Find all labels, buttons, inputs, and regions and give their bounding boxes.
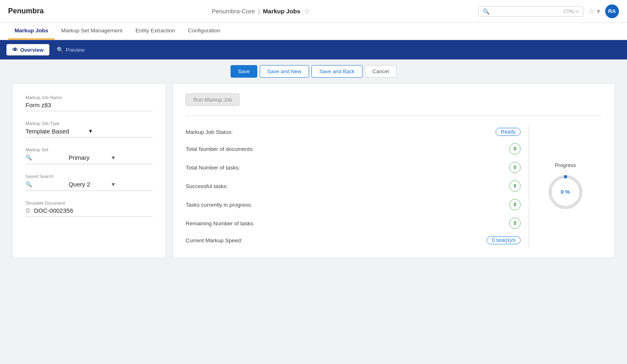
markup-set-value: Primary (69, 154, 110, 161)
sub-header: 👁 Overview 🔍 Preview (0, 40, 627, 59)
bookmarks-button[interactable]: ☆ ▾ (588, 7, 600, 16)
brand-logo: Penumbra (8, 7, 44, 15)
speed-value: 0 task(s)/s (487, 236, 521, 244)
sub-tab-overview-label: Overview (20, 47, 44, 53)
nav-tab-configuration[interactable]: Configuration (181, 23, 227, 40)
global-search-box[interactable]: 🔍 CTRL+/ (478, 6, 583, 17)
saved-search-value: Query 2 (69, 181, 110, 188)
progress-percent: 0 % (561, 189, 570, 195)
sub-tab-overview[interactable]: 👁 Overview (6, 44, 49, 55)
status-row-in-progress: Tasks currently in progress: 0 (186, 195, 521, 214)
status-left: Markup Job Status: Ready Total Number of… (186, 124, 521, 248)
progress-circle: 0 % (547, 174, 584, 210)
action-bar: Save Save and New Save and Back Cancel (0, 59, 627, 83)
job-name-value: Form z83 (25, 102, 153, 111)
status-row-speed: Current Markup Speed: 0 task(s)/s (186, 233, 521, 248)
markup-set-search-icon: 🔍 (25, 154, 66, 161)
job-type-field-group: Markup Job Type Template Based ▾ (25, 121, 153, 138)
run-markup-job-button[interactable]: Run Markup Job (186, 93, 239, 106)
remaining-value: 0 (509, 218, 521, 229)
template-doc-label: Template Document (25, 201, 153, 205)
sub-tab-preview[interactable]: 🔍 Preview (51, 44, 90, 55)
sub-tab-preview-label: Preview (66, 47, 85, 53)
search-input[interactable] (492, 8, 561, 14)
status-grid: Markup Job Status: Ready Total Number of… (186, 124, 602, 248)
preview-icon: 🔍 (57, 47, 64, 53)
saved-search-field-group: Saved Search 🔍 Query 2 ▾ (25, 174, 153, 191)
template-doc-field: 🗋 DOC-0002356 (25, 207, 153, 217)
in-progress-value: 0 (509, 199, 521, 210)
document-icon: 🗋 (25, 207, 31, 214)
job-name-label: Markup Job Name (25, 95, 153, 100)
status-label: Markup Job Status: (186, 129, 491, 135)
progress-section: Progress 0 % (529, 124, 602, 248)
save-button[interactable]: Save (231, 65, 257, 78)
status-ready-badge: Ready (496, 128, 521, 136)
template-doc-field-group: Template Document 🗋 DOC-0002356 (25, 201, 153, 217)
saved-search-dropdown-icon: ▾ (112, 180, 153, 188)
breadcrumb: Penumbra-Core | Markup Jobs ☆ (212, 7, 310, 16)
breadcrumb-prev: Penumbra-Core (212, 8, 255, 15)
job-type-select[interactable]: Template Based ▾ (25, 127, 153, 138)
nav-tabs: Markup Jobs Markup Set Management Entity… (0, 23, 627, 40)
job-type-label: Markup Job Type (25, 121, 153, 126)
total-docs-label: Total Number of documents: (186, 146, 505, 152)
total-tasks-label: Total Number of tasks: (186, 165, 505, 171)
status-row-successful-tasks: Successful tasks: 0 (186, 177, 521, 195)
save-back-button[interactable]: Save and Back (311, 65, 362, 78)
nav-tab-markup-jobs[interactable]: Markup Jobs (8, 23, 55, 40)
nav-tab-entity-extraction[interactable]: Entity Extraction (129, 23, 182, 40)
main-content: Markup Job Name Form z83 Markup Job Type… (0, 83, 627, 270)
status-row-markup-status: Markup Job Status: Ready (186, 124, 521, 140)
status-row-total-docs: Total Number of documents: 0 (186, 140, 521, 158)
markup-set-dropdown-icon: ▾ (112, 154, 153, 161)
search-icon: 🔍 (483, 8, 489, 15)
job-type-value: Template Based (25, 128, 89, 135)
progress-label: Progress (555, 162, 576, 168)
total-tasks-value: 0 (509, 162, 521, 173)
top-header: Penumbra Penumbra-Core | Markup Jobs ☆ 🔍… (0, 0, 627, 23)
markup-set-label: Markup Set (25, 147, 153, 152)
total-docs-value: 0 (509, 143, 521, 154)
job-type-dropdown-icon: ▾ (89, 127, 153, 135)
saved-search-icon: 🔍 (25, 181, 66, 187)
speed-label: Current Markup Speed: (186, 237, 483, 243)
cancel-button[interactable]: Cancel (365, 65, 396, 78)
in-progress-label: Tasks currently in progress: (186, 202, 505, 208)
save-new-button[interactable]: Save and New (260, 65, 309, 78)
markup-set-field-group: Markup Set 🔍 Primary ▾ (25, 147, 153, 164)
status-row-remaining: Remaining Number of tasks: 0 (186, 214, 521, 233)
saved-search-label: Saved Search (25, 174, 153, 179)
breadcrumb-current: Markup Jobs (263, 8, 301, 15)
favorite-star-button[interactable]: ☆ (304, 7, 310, 16)
avatar: RA (605, 4, 619, 18)
successful-tasks-value: 0 (509, 180, 521, 192)
template-doc-value: DOC-0002356 (34, 207, 73, 214)
divider (186, 116, 602, 116)
successful-tasks-label: Successful tasks: (186, 183, 505, 189)
status-row-total-tasks: Total Number of tasks: 0 (186, 158, 521, 177)
search-shortcut: CTRL+/ (563, 9, 579, 14)
overview-icon: 👁 (12, 47, 18, 53)
saved-search-select[interactable]: 🔍 Query 2 ▾ (25, 180, 153, 191)
nav-tab-markup-set-management[interactable]: Markup Set Management (55, 23, 129, 40)
header-right: 🔍 CTRL+/ ☆ ▾ RA (478, 4, 619, 18)
job-name-field-group: Markup Job Name Form z83 (25, 95, 153, 111)
right-panel: Run Markup Job Markup Job Status: Ready … (172, 83, 615, 258)
markup-set-select[interactable]: 🔍 Primary ▾ (25, 154, 153, 164)
left-panel: Markup Job Name Form z83 Markup Job Type… (12, 83, 166, 258)
breadcrumb-sep: | (258, 8, 260, 15)
remaining-label: Remaining Number of tasks: (186, 220, 505, 226)
